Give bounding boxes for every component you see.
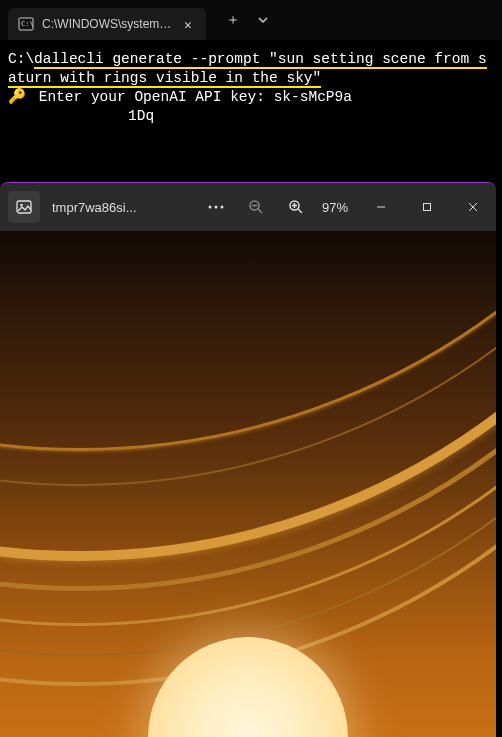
viewer-zoom-controls: 97% [202,193,358,221]
api-key-prompt-label: Enter your OpenAI API key: [39,89,265,105]
command-line: C:\dallecli generate --prompt "sun setti… [8,50,494,88]
more-options-button[interactable] [202,193,230,221]
svg-point-4 [209,206,212,209]
close-button[interactable] [450,191,496,223]
minimize-button[interactable] [358,191,404,223]
svg-rect-15 [424,204,431,211]
zoom-in-button[interactable] [282,193,310,221]
command-text: dallecli generate --prompt "sun setting … [8,51,487,88]
svg-text:C:\: C:\ [21,20,34,28]
terminal-tab[interactable]: C:\ C:\WINDOWS\system32\cmd. ✕ [8,8,206,40]
tab-actions: ＋ [226,11,268,29]
terminal-output[interactable]: C:\dallecli generate --prompt "sun setti… [0,40,502,135]
image-canvas[interactable] [0,231,496,737]
api-key-prompt-line: 🔑 Enter your OpenAI API key: sk-sMcP9a [8,88,494,107]
key-icon: 🔑 [8,88,26,107]
saturn-ring [0,231,496,686]
zoom-out-button[interactable] [242,193,270,221]
new-tab-button[interactable]: ＋ [226,11,240,29]
prompt-prefix: C:\ [8,51,34,67]
maximize-button[interactable] [404,191,450,223]
tab-dropdown-button[interactable] [258,12,268,28]
svg-point-6 [221,206,224,209]
tab-close-button[interactable]: ✕ [180,15,196,34]
api-key-line-2: 1Dq [8,107,494,126]
cmd-icon: C:\ [18,16,34,32]
photos-app-icon[interactable] [8,191,40,223]
tab-title: C:\WINDOWS\system32\cmd. [42,17,172,31]
api-key-value-part1: sk-sMcP9a [274,89,352,105]
viewer-toolbar: tmpr7wa86si... 97% [0,183,496,231]
svg-line-8 [258,209,262,213]
image-viewer-window: tmpr7wa86si... 97% [0,182,496,737]
svg-line-11 [298,209,302,213]
svg-point-3 [20,204,23,207]
api-key-value-part2: 1Dq [128,108,154,124]
window-controls [358,191,496,223]
zoom-level-label: 97% [322,200,358,215]
terminal-tab-bar: C:\ C:\WINDOWS\system32\cmd. ✕ ＋ [0,0,502,40]
svg-point-5 [215,206,218,209]
viewer-filename: tmpr7wa86si... [52,200,137,215]
